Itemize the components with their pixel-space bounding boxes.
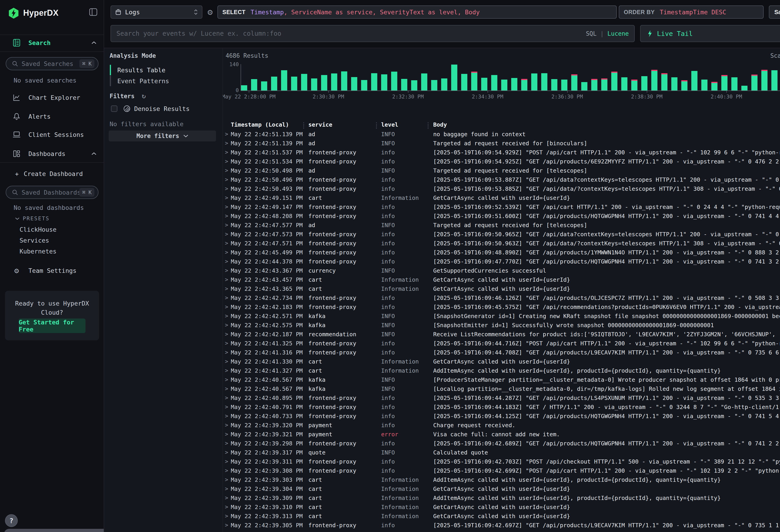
live-tail-button[interactable]: Live Tail [640,25,780,42]
histogram-bar[interactable] [741,86,747,91]
mode-results-table[interactable]: Results Table [110,64,214,76]
row-expand-chevron-icon[interactable]: > [225,386,231,392]
histogram-bar[interactable] [561,80,567,91]
get-started-button[interactable]: Get Started for Free [19,319,86,333]
row-expand-chevron-icon[interactable]: > [225,522,231,528]
table-row[interactable]: > May 22 2:42:47.571 PM frontend-proxy i… [223,239,780,248]
presets-toggle[interactable]: PRESETS [15,215,50,222]
histogram-bar[interactable] [321,75,327,91]
row-expand-chevron-icon[interactable]: > [225,458,231,465]
sidebar-item-alerts[interactable]: Alerts [0,109,104,124]
histogram-bar[interactable] [491,75,497,91]
row-expand-chevron-icon[interactable]: > [225,149,231,155]
row-expand-chevron-icon[interactable]: > [225,368,231,374]
histogram-bar[interactable] [761,70,768,91]
table-row[interactable]: > May 22 2:42:41.316 PM frontend-proxy i… [223,348,780,357]
histogram-bar[interactable] [361,80,367,91]
table-row[interactable]: > May 22 2:42:49.151 PM cart Information… [223,193,780,202]
histogram-bar[interactable] [731,77,737,91]
table-row[interactable]: > May 22 2:42:42.734 PM frontend-proxy i… [223,293,780,302]
row-expand-chevron-icon[interactable]: > [225,440,231,446]
table-row[interactable]: > May 22 2:42:48.208 PM frontend-proxy i… [223,211,780,221]
histogram-bar[interactable] [751,75,758,91]
table-row[interactable]: > May 22 2:42:41.327 PM cart Information… [223,366,780,375]
histogram-bar[interactable] [391,71,397,91]
row-expand-chevron-icon[interactable]: > [225,195,231,201]
more-filters-button[interactable]: More filters [109,131,216,141]
histogram-bar[interactable] [471,71,477,91]
histogram-bar[interactable] [601,79,607,91]
col-timestamp[interactable]: Timestamp (Local) [231,122,289,128]
histogram-bar[interactable] [621,77,627,91]
table-row[interactable]: > May 22 2:42:42.183 PM frontend-proxy i… [223,302,780,311]
histogram-bar[interactable] [341,71,347,91]
saved-dashboards-input[interactable]: Saved Dashboards ⌘ K [6,186,98,199]
create-dashboard-button[interactable]: + Create Dashboard [0,166,104,181]
histogram-bar[interactable] [581,82,587,91]
table-row[interactable]: > May 22 2:42:39.305 PM frontend-proxy i… [223,530,780,532]
denoise-results-option[interactable]: Denoise Results [111,105,190,112]
histogram-bar[interactable] [461,74,467,91]
row-expand-chevron-icon[interactable]: > [225,449,231,455]
table-row[interactable]: > May 22 2:42:39.298 PM frontend-proxy i… [223,439,780,448]
row-expand-chevron-icon[interactable]: > [225,186,231,192]
table-row[interactable]: > May 22 2:42:40.567 PM kafka INFO [Loca… [223,384,780,393]
histogram-bar[interactable] [261,81,267,91]
row-expand-chevron-icon[interactable]: > [225,213,231,219]
histogram-bar[interactable] [481,78,487,91]
table-row[interactable]: > May 22 2:42:51.537 PM frontend-proxy i… [223,148,780,157]
histogram-bar[interactable] [331,74,337,91]
preset-clickhouse[interactable]: ClickHouse [19,226,57,233]
row-expand-chevron-icon[interactable]: > [225,404,231,410]
row-expand-chevron-icon[interactable]: > [225,395,231,401]
row-expand-chevron-icon[interactable]: > [225,240,231,246]
table-row[interactable]: > May 22 2:42:39.309 PM cart Information… [223,493,780,502]
table-row[interactable]: > May 22 2:42:42.187 PM recommendation I… [223,330,780,339]
row-expand-chevron-icon[interactable]: > [225,177,231,183]
histogram-bar[interactable] [681,80,687,91]
histogram-bar[interactable] [281,70,287,91]
table-row[interactable]: > May 22 2:42:44.378 PM frontend-proxy i… [223,257,780,266]
table-row[interactable]: > May 22 2:42:49.147 PM frontend-proxy i… [223,202,780,211]
preset-services[interactable]: Services [19,237,49,244]
row-expand-chevron-icon[interactable]: > [225,231,231,237]
table-row[interactable]: > May 22 2:42:42.575 PM kafka INFO [Snap… [223,321,780,330]
histogram-bar[interactable] [531,74,537,91]
help-button[interactable]: ? [5,514,18,527]
histogram-bar[interactable] [671,77,677,91]
column-resize-handle[interactable] [303,122,304,129]
row-expand-chevron-icon[interactable]: > [225,349,231,355]
table-row[interactable]: > May 22 2:42:39.317 PM quote INFO Calcu… [223,448,780,457]
col-body[interactable]: Body [433,122,447,128]
row-expand-chevron-icon[interactable]: > [225,422,231,428]
histogram-bar[interactable] [241,85,247,91]
row-expand-chevron-icon[interactable]: > [225,477,231,483]
mode-event-patterns[interactable]: Event Patterns [110,76,214,86]
histogram-bar[interactable] [641,76,647,91]
row-expand-chevron-icon[interactable]: > [225,167,231,174]
sidebar-item-client-sessions[interactable]: Client Sessions [0,127,104,142]
saved-searches-input[interactable]: Saved Searches ⌘ K [6,57,98,70]
table-row[interactable]: > May 22 2:42:42.571 PM kafka INFO [Snap… [223,311,780,321]
column-resize-handle[interactable] [428,122,429,129]
histogram-bar[interactable] [631,80,637,91]
row-expand-chevron-icon[interactable]: > [225,131,231,137]
histogram-bar[interactable] [371,73,377,91]
row-expand-chevron-icon[interactable]: > [225,158,231,164]
table-row[interactable]: > May 22 2:42:40.733 PM frontend-proxy i… [223,412,780,421]
histogram-bar[interactable] [441,79,447,91]
histogram-bar[interactable] [301,74,307,91]
histogram-bar[interactable] [511,78,517,91]
row-expand-chevron-icon[interactable]: > [225,204,231,210]
source-settings-gear-icon[interactable]: ⚙ [203,5,217,19]
table-row[interactable]: > May 22 2:42:39.320 PM payment info Cha… [223,421,780,430]
table-row[interactable]: > May 22 2:42:39.303 PM cart Information… [223,475,780,484]
histogram-bar[interactable] [541,73,547,91]
chevron-up-icon[interactable] [91,152,96,155]
row-expand-chevron-icon[interactable]: > [225,277,231,283]
histogram-bar[interactable] [691,71,697,91]
table-row[interactable]: > May 22 2:42:39.305 PM frontend-proxy i… [223,521,780,530]
refresh-icon[interactable]: ↻ [142,92,146,100]
lucene-search-input[interactable]: Search your events w/ Lucene ex. column:… [110,25,635,42]
row-expand-chevron-icon[interactable]: > [225,495,231,501]
